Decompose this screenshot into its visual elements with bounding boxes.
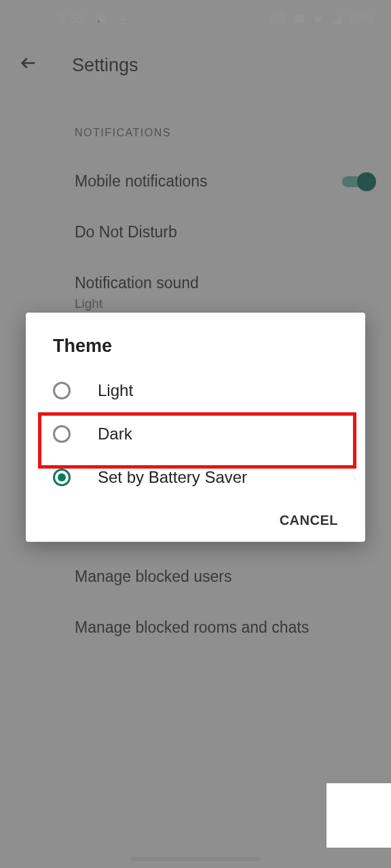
home-indicator bbox=[131, 857, 260, 861]
theme-option-battery-saver[interactable]: Set by Battery Saver bbox=[26, 456, 365, 499]
dialog-title: Theme bbox=[26, 313, 365, 369]
theme-option-dark[interactable]: Dark bbox=[26, 412, 365, 456]
radio-icon bbox=[53, 425, 71, 443]
radio-icon bbox=[53, 382, 71, 399]
theme-option-light[interactable]: Light bbox=[26, 369, 365, 412]
cancel-button[interactable]: CANCEL bbox=[280, 513, 338, 528]
radio-icon-selected bbox=[53, 469, 71, 486]
decoration-corner bbox=[327, 783, 391, 848]
theme-dialog: Theme Light Dark Set by Battery Saver CA… bbox=[26, 313, 365, 542]
